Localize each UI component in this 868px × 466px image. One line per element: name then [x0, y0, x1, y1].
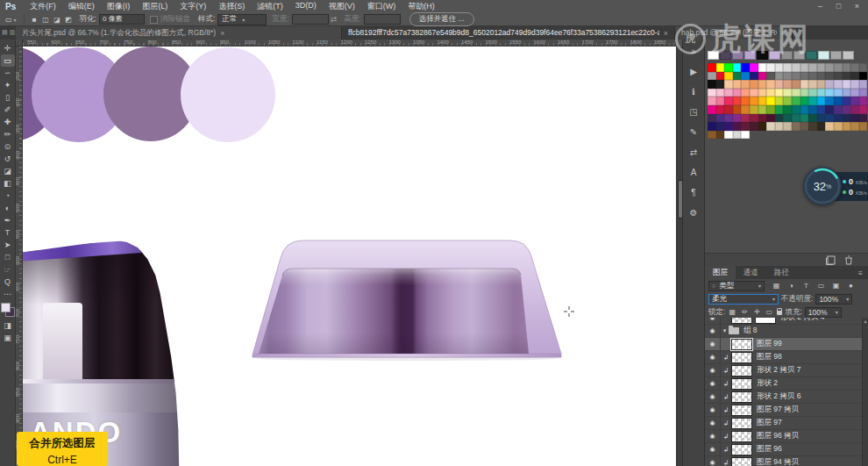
document-tab-3[interactable]: hab.psd @ 66.7% (图层 1, RGB/8)×: [675, 26, 793, 39]
swatch[interactable]: [800, 105, 809, 114]
brush-settings-panel-icon[interactable]: ✎: [685, 124, 702, 141]
scroll-up-icon[interactable]: ▴: [864, 319, 866, 324]
vertical-ruler[interactable]: 2503003504004505005506006507007508008509…: [16, 47, 23, 466]
swatch[interactable]: [800, 97, 809, 105]
layer-name[interactable]: 形状 2 拷贝 7: [757, 365, 801, 376]
swatch[interactable]: [817, 72, 826, 81]
swatch[interactable]: [741, 122, 750, 131]
menu-2[interactable]: 编辑(E): [62, 1, 101, 12]
lock-paint-icon[interactable]: ✏: [740, 308, 749, 316]
layer-thumbnail[interactable]: [731, 339, 752, 350]
swatch[interactable]: [724, 89, 733, 97]
swatch[interactable]: [817, 80, 826, 89]
layer-name[interactable]: 形状 2 拷贝 4: [780, 318, 825, 323]
swatch[interactable]: [792, 105, 800, 114]
foreground-color-swatch[interactable]: [1, 303, 11, 312]
swatch[interactable]: [733, 63, 742, 72]
swatch[interactable]: [825, 80, 834, 89]
swatch[interactable]: [775, 89, 784, 97]
swatch[interactable]: [724, 114, 733, 123]
swatch[interactable]: [766, 80, 775, 89]
swatch[interactable]: [834, 80, 843, 89]
visibility-cell[interactable]: ◉: [705, 443, 721, 455]
swatch[interactable]: [758, 89, 767, 97]
swatch[interactable]: [783, 72, 792, 81]
swatch[interactable]: [817, 105, 826, 114]
swatch[interactable]: [834, 122, 843, 131]
swatch[interactable]: [834, 105, 843, 114]
lock-artboard-icon[interactable]: ▭: [765, 308, 773, 316]
blend-mode-select[interactable]: 柔光 ▾: [708, 294, 779, 305]
swatch[interactable]: [783, 63, 792, 72]
swatch[interactable]: [716, 72, 725, 81]
swatch[interactable]: [850, 122, 859, 131]
swatch[interactable]: [792, 97, 800, 105]
add-selection-icon[interactable]: ◫: [40, 16, 52, 24]
dock-icon[interactable]: ▤: [2, 29, 8, 36]
tab-layers[interactable]: 图层: [705, 266, 736, 279]
swatch[interactable]: [775, 105, 784, 114]
shape-tool-icon[interactable]: □: [1, 251, 15, 263]
canvas-vertical-scrollbar[interactable]: [676, 47, 682, 466]
hand-tool-icon[interactable]: ☞: [1, 263, 15, 276]
visibility-eye-icon[interactable]: ◉: [709, 459, 715, 466]
swatch[interactable]: [733, 97, 742, 105]
menu-1[interactable]: 文件(F): [24, 1, 62, 12]
swatch[interactable]: [724, 80, 733, 89]
recent-swatch[interactable]: [781, 51, 793, 60]
tab-paths[interactable]: 路径: [766, 266, 797, 279]
new-swatch-icon[interactable]: [826, 255, 836, 265]
layer-thumbnail[interactable]: [731, 391, 752, 403]
swatch[interactable]: [716, 80, 725, 89]
recent-swatch[interactable]: [744, 51, 756, 60]
library-panel-icon[interactable]: »: [685, 43, 702, 61]
swatch[interactable]: [843, 80, 851, 89]
info-panel-icon[interactable]: ℹ: [685, 83, 702, 101]
swatch[interactable]: [724, 97, 733, 105]
zoom-tool-icon[interactable]: Q: [1, 276, 15, 288]
swatch[interactable]: [708, 89, 716, 97]
maximize-button[interactable]: □: [829, 0, 848, 13]
visibility-eye-icon[interactable]: ◉: [709, 354, 715, 361]
swatch[interactable]: [724, 63, 733, 72]
swap-dimensions-icon[interactable]: ⇄: [331, 15, 338, 24]
pen-tool-icon[interactable]: ✒: [1, 214, 15, 226]
swatch[interactable]: [808, 105, 817, 114]
swatch[interactable]: [808, 97, 817, 105]
swatch[interactable]: [859, 105, 868, 114]
swatch[interactable]: [741, 114, 750, 123]
lasso-tool-icon[interactable]: ∽: [1, 67, 15, 79]
swatch[interactable]: [733, 72, 742, 81]
swatch[interactable]: [850, 105, 859, 114]
swatch[interactable]: [834, 72, 843, 81]
swatch[interactable]: [750, 105, 758, 114]
character-panel-icon[interactable]: A: [685, 164, 702, 182]
type-tool-icon[interactable]: T: [1, 226, 15, 239]
recent-swatch[interactable]: [757, 51, 768, 60]
recent-swatch[interactable]: [708, 51, 719, 60]
swatch[interactable]: [825, 97, 834, 105]
layers-scrollbar[interactable]: ▴: [862, 318, 868, 466]
swatch[interactable]: [733, 80, 742, 89]
close-tab-icon[interactable]: ×: [781, 29, 786, 38]
swatch[interactable]: [741, 72, 750, 81]
menu-10[interactable]: 窗口(W): [361, 1, 402, 12]
visibility-cell[interactable]: ◉: [705, 404, 721, 416]
swatch[interactable]: [724, 105, 733, 114]
swatch[interactable]: [817, 122, 826, 131]
swatch[interactable]: [817, 63, 826, 72]
swatch[interactable]: [859, 80, 868, 89]
swatch[interactable]: [724, 131, 733, 140]
tool-presets-panel-icon[interactable]: ⇄: [685, 144, 702, 161]
swatch[interactable]: [834, 97, 843, 105]
toolbar-ellipsis-icon[interactable]: ⋯: [1, 288, 15, 300]
layer-row[interactable]: ◉↲形状 2: [705, 377, 868, 391]
recent-swatch[interactable]: [793, 51, 805, 60]
layer-group-row[interactable]: ◉▾组 8: [705, 325, 868, 338]
menu-3[interactable]: 图像(I): [101, 1, 137, 12]
swatch[interactable]: [859, 114, 868, 123]
eyedropper-tool-icon[interactable]: ✐: [1, 104, 15, 116]
dock-icon[interactable]: ▥: [10, 29, 16, 36]
recent-swatch[interactable]: [769, 51, 780, 60]
visibility-eye-icon[interactable]: ◉: [709, 433, 715, 440]
